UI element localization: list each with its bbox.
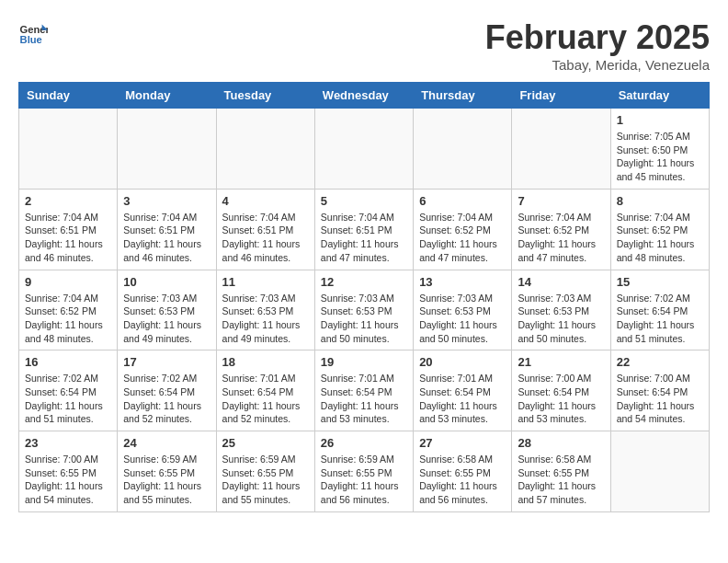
day-info: Sunrise: 7:03 AM Sunset: 6:53 PM Dayligh…	[518, 292, 604, 346]
weekday-header-friday: Friday	[512, 83, 610, 109]
calendar-cell	[314, 109, 413, 190]
day-info: Sunrise: 7:00 AM Sunset: 6:55 PM Dayligh…	[25, 453, 111, 507]
day-info: Sunrise: 6:59 AM Sunset: 6:55 PM Dayligh…	[222, 453, 309, 507]
day-number: 19	[321, 355, 407, 369]
title-section: February 2025 Tabay, Merida, Venezuela	[485, 18, 710, 73]
calendar-cell: 5Sunrise: 7:04 AM Sunset: 6:51 PM Daylig…	[314, 189, 413, 270]
day-info: Sunrise: 6:59 AM Sunset: 6:55 PM Dayligh…	[321, 453, 407, 507]
calendar-cell: 7Sunrise: 7:04 AM Sunset: 6:52 PM Daylig…	[512, 189, 610, 270]
calendar-week-2: 2Sunrise: 7:04 AM Sunset: 6:51 PM Daylig…	[19, 189, 710, 270]
day-info: Sunrise: 7:01 AM Sunset: 6:54 PM Dayligh…	[321, 372, 407, 426]
calendar-cell: 17Sunrise: 7:02 AM Sunset: 6:54 PM Dayli…	[118, 350, 216, 431]
calendar-cell: 11Sunrise: 7:03 AM Sunset: 6:53 PM Dayli…	[216, 270, 314, 350]
logo: General Blue	[18, 18, 48, 48]
day-info: Sunrise: 7:03 AM Sunset: 6:53 PM Dayligh…	[419, 292, 506, 346]
calendar-table: SundayMondayTuesdayWednesdayThursdayFrid…	[18, 82, 710, 512]
calendar-cell: 2Sunrise: 7:04 AM Sunset: 6:51 PM Daylig…	[19, 189, 118, 270]
calendar-cell	[19, 109, 118, 190]
day-info: Sunrise: 7:03 AM Sunset: 6:53 PM Dayligh…	[321, 292, 407, 346]
day-info: Sunrise: 7:03 AM Sunset: 6:53 PM Dayligh…	[123, 292, 210, 346]
weekday-header-saturday: Saturday	[610, 83, 709, 109]
calendar-cell: 23Sunrise: 7:00 AM Sunset: 6:55 PM Dayli…	[19, 431, 118, 512]
day-number: 12	[321, 275, 407, 289]
day-number: 11	[222, 275, 309, 289]
calendar-cell: 13Sunrise: 7:03 AM Sunset: 6:53 PM Dayli…	[414, 270, 512, 350]
day-number: 22	[617, 355, 703, 369]
day-info: Sunrise: 7:05 AM Sunset: 6:50 PM Dayligh…	[617, 130, 703, 184]
calendar-cell: 22Sunrise: 7:00 AM Sunset: 6:54 PM Dayli…	[610, 350, 709, 431]
day-number: 16	[25, 355, 111, 369]
location: Tabay, Merida, Venezuela	[485, 57, 710, 73]
day-number: 2	[25, 194, 111, 208]
day-number: 14	[518, 275, 604, 289]
weekday-header-monday: Monday	[118, 83, 216, 109]
day-info: Sunrise: 7:04 AM Sunset: 6:52 PM Dayligh…	[25, 292, 111, 346]
weekday-header-row: SundayMondayTuesdayWednesdayThursdayFrid…	[19, 83, 710, 109]
calendar-cell: 18Sunrise: 7:01 AM Sunset: 6:54 PM Dayli…	[216, 350, 314, 431]
weekday-header-thursday: Thursday	[414, 83, 512, 109]
day-info: Sunrise: 7:02 AM Sunset: 6:54 PM Dayligh…	[25, 372, 111, 426]
day-info: Sunrise: 6:58 AM Sunset: 6:55 PM Dayligh…	[518, 453, 604, 507]
calendar-cell	[512, 109, 610, 190]
day-info: Sunrise: 7:04 AM Sunset: 6:52 PM Dayligh…	[518, 211, 604, 265]
day-number: 18	[222, 355, 309, 369]
day-info: Sunrise: 7:04 AM Sunset: 6:52 PM Dayligh…	[419, 211, 506, 265]
day-number: 27	[419, 436, 506, 450]
day-info: Sunrise: 6:58 AM Sunset: 6:55 PM Dayligh…	[419, 453, 506, 507]
day-number: 13	[419, 275, 506, 289]
calendar-cell: 28Sunrise: 6:58 AM Sunset: 6:55 PM Dayli…	[512, 431, 610, 512]
calendar-cell: 24Sunrise: 6:59 AM Sunset: 6:55 PM Dayli…	[118, 431, 216, 512]
day-number: 1	[617, 113, 703, 127]
logo-icon: General Blue	[18, 18, 48, 48]
calendar-cell: 25Sunrise: 6:59 AM Sunset: 6:55 PM Dayli…	[216, 431, 314, 512]
day-number: 15	[617, 275, 703, 289]
calendar-week-3: 9Sunrise: 7:04 AM Sunset: 6:52 PM Daylig…	[19, 270, 710, 350]
day-info: Sunrise: 7:01 AM Sunset: 6:54 PM Dayligh…	[222, 372, 309, 426]
calendar-cell	[216, 109, 314, 190]
day-info: Sunrise: 7:03 AM Sunset: 6:53 PM Dayligh…	[222, 292, 309, 346]
calendar-cell: 19Sunrise: 7:01 AM Sunset: 6:54 PM Dayli…	[314, 350, 413, 431]
calendar-cell	[118, 109, 216, 190]
day-number: 10	[123, 275, 210, 289]
day-info: Sunrise: 7:00 AM Sunset: 6:54 PM Dayligh…	[617, 372, 703, 426]
day-number: 24	[123, 436, 210, 450]
day-info: Sunrise: 6:59 AM Sunset: 6:55 PM Dayligh…	[123, 453, 210, 507]
weekday-header-tuesday: Tuesday	[216, 83, 314, 109]
calendar-week-1: 1Sunrise: 7:05 AM Sunset: 6:50 PM Daylig…	[19, 109, 710, 190]
day-number: 8	[617, 194, 703, 208]
calendar-cell: 27Sunrise: 6:58 AM Sunset: 6:55 PM Dayli…	[414, 431, 512, 512]
day-number: 28	[518, 436, 604, 450]
calendar-cell: 10Sunrise: 7:03 AM Sunset: 6:53 PM Dayli…	[118, 270, 216, 350]
day-number: 7	[518, 194, 604, 208]
calendar-cell: 14Sunrise: 7:03 AM Sunset: 6:53 PM Dayli…	[512, 270, 610, 350]
calendar-cell: 1Sunrise: 7:05 AM Sunset: 6:50 PM Daylig…	[610, 109, 709, 190]
day-info: Sunrise: 7:02 AM Sunset: 6:54 PM Dayligh…	[617, 292, 703, 346]
day-info: Sunrise: 7:04 AM Sunset: 6:51 PM Dayligh…	[123, 211, 210, 265]
day-number: 25	[222, 436, 309, 450]
calendar-cell: 15Sunrise: 7:02 AM Sunset: 6:54 PM Dayli…	[610, 270, 709, 350]
day-info: Sunrise: 7:02 AM Sunset: 6:54 PM Dayligh…	[123, 372, 210, 426]
day-info: Sunrise: 7:01 AM Sunset: 6:54 PM Dayligh…	[419, 372, 506, 426]
day-number: 3	[123, 194, 210, 208]
calendar-cell: 8Sunrise: 7:04 AM Sunset: 6:52 PM Daylig…	[610, 189, 709, 270]
day-info: Sunrise: 7:04 AM Sunset: 6:51 PM Dayligh…	[321, 211, 407, 265]
calendar-cell	[414, 109, 512, 190]
day-number: 26	[321, 436, 407, 450]
day-number: 6	[419, 194, 506, 208]
calendar-cell: 20Sunrise: 7:01 AM Sunset: 6:54 PM Dayli…	[414, 350, 512, 431]
day-number: 9	[25, 275, 111, 289]
day-info: Sunrise: 7:04 AM Sunset: 6:51 PM Dayligh…	[25, 211, 111, 265]
day-info: Sunrise: 7:04 AM Sunset: 6:51 PM Dayligh…	[222, 211, 309, 265]
calendar-cell	[610, 431, 709, 512]
calendar-cell: 12Sunrise: 7:03 AM Sunset: 6:53 PM Dayli…	[314, 270, 413, 350]
month-title: February 2025	[485, 18, 710, 57]
calendar-cell: 9Sunrise: 7:04 AM Sunset: 6:52 PM Daylig…	[19, 270, 118, 350]
page-header: General Blue February 2025 Tabay, Merida…	[18, 18, 710, 73]
svg-text:Blue: Blue	[20, 34, 42, 45]
day-number: 5	[321, 194, 407, 208]
day-info: Sunrise: 7:00 AM Sunset: 6:54 PM Dayligh…	[518, 372, 604, 426]
day-number: 17	[123, 355, 210, 369]
calendar-week-4: 16Sunrise: 7:02 AM Sunset: 6:54 PM Dayli…	[19, 350, 710, 431]
day-number: 21	[518, 355, 604, 369]
day-number: 20	[419, 355, 506, 369]
